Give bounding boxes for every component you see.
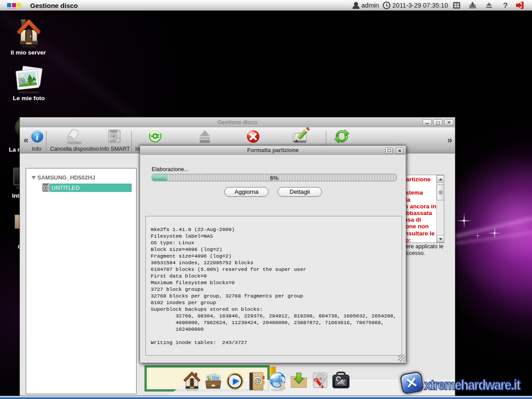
- svg-text:@: @: [254, 377, 261, 385]
- svg-text:?: ?: [503, 1, 508, 10]
- svg-text:i: i: [36, 132, 39, 142]
